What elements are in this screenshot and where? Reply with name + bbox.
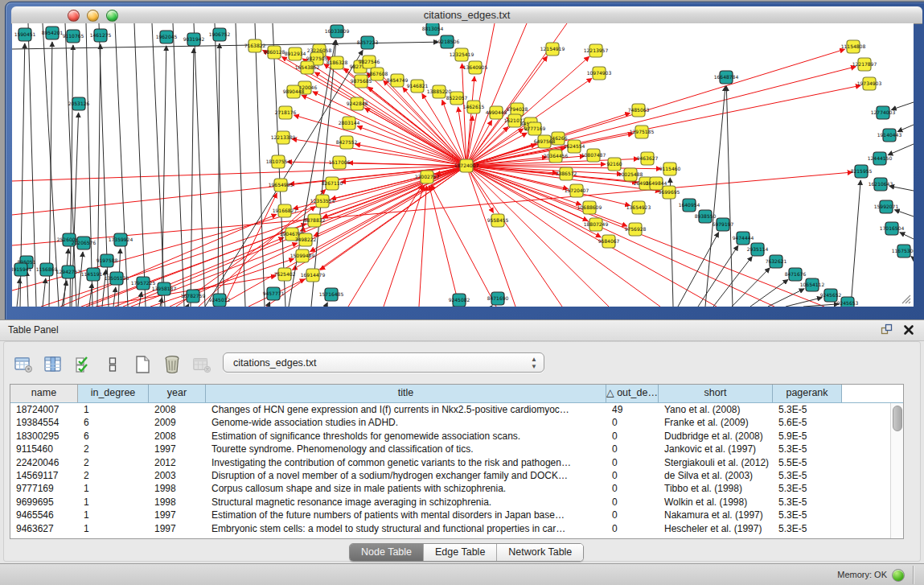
table-cell[interactable]: 9465546 bbox=[10, 509, 78, 521]
table-cell[interactable]: 1998 bbox=[149, 496, 206, 509]
memory-status-led-icon[interactable] bbox=[892, 569, 905, 582]
graph-node[interactable]: 10688609 bbox=[577, 201, 602, 214]
graph-node[interactable]: 11451914 bbox=[81, 268, 106, 281]
graph-node[interactable]: 13640905 bbox=[463, 61, 488, 74]
column-header-2[interactable]: year bbox=[149, 385, 206, 402]
table-cell[interactable]: Estimation of the future numbers of pati… bbox=[206, 509, 606, 521]
citation-network-graph[interactable]: 1872400771638228860128891293423226058982… bbox=[12, 23, 914, 307]
column-header-5[interactable]: short bbox=[659, 385, 773, 402]
table-cell[interactable]: Genome-wide association studies in ADHD. bbox=[206, 416, 606, 429]
graph-node[interactable]: 12975185 bbox=[630, 126, 655, 138]
graph-node[interactable]: 9756928 bbox=[625, 223, 647, 236]
table-cell[interactable]: 1 bbox=[78, 522, 149, 535]
table-cell[interactable]: Tourette syndrome. Phenomenology and cla… bbox=[206, 443, 606, 455]
table-cell[interactable]: 1997 bbox=[149, 522, 206, 535]
graph-node[interactable]: 11154808 bbox=[841, 40, 866, 53]
table-cell[interactable]: 0 bbox=[606, 430, 659, 443]
table-cell[interactable]: 2012 bbox=[149, 456, 206, 469]
graph-node[interactable]: 16648784 bbox=[714, 71, 739, 84]
column-header-1[interactable]: in_degree bbox=[78, 385, 149, 402]
split-view-icon[interactable] bbox=[103, 355, 122, 374]
table-row[interactable]: 1872400712008Changes of HCN gene express… bbox=[10, 403, 903, 416]
table-row[interactable]: 1938455462009Genome-wide association stu… bbox=[10, 416, 903, 429]
column-header-0[interactable]: name bbox=[10, 385, 78, 402]
table-cell[interactable]: 9699695 bbox=[10, 496, 78, 509]
graph-node[interactable]: 7632621 bbox=[766, 255, 787, 268]
graph-node[interactable]: 8954201 bbox=[42, 27, 64, 39]
graph-node[interactable]: 8471690 bbox=[487, 292, 509, 305]
table-cell[interactable]: 5.3E-5 bbox=[773, 482, 842, 495]
table-cell[interactable]: Estimation of significance thresholds fo… bbox=[206, 430, 606, 443]
graph-node[interactable]: 12353554 bbox=[310, 195, 335, 208]
table-cell[interactable]: 0 bbox=[606, 522, 659, 535]
delete-table-icon[interactable] bbox=[162, 355, 182, 374]
table-cell[interactable]: 5.3E-5 bbox=[773, 403, 842, 416]
table-cell[interactable]: 2009 bbox=[149, 416, 206, 429]
table-cell[interactable]: Corpus callosum shape and size in male p… bbox=[206, 482, 606, 495]
graph-node[interactable]: 1517006 bbox=[329, 156, 351, 169]
table-cell[interactable]: 0 bbox=[606, 496, 659, 509]
graph-node[interactable]: 12774003 bbox=[871, 106, 896, 119]
graph-node[interactable]: 18107554 bbox=[266, 155, 291, 168]
graph-node[interactable]: 15992071 bbox=[874, 200, 899, 213]
table-row[interactable]: 977716911998Corpus callosum shape and si… bbox=[10, 482, 903, 495]
table-cell[interactable]: 5.3E-5 bbox=[773, 496, 842, 509]
table-cell[interactable]: Hescheler et al. (1997) bbox=[659, 522, 773, 535]
table-selector-dropdown[interactable]: citations_edges.txt ▲▼ bbox=[223, 352, 544, 373]
graph-node[interactable]: 9146821 bbox=[407, 80, 429, 93]
graph-node[interactable]: 12154919 bbox=[540, 43, 565, 56]
table-cell[interactable]: 1998 bbox=[149, 482, 206, 495]
graph-node[interactable]: 11675300 bbox=[892, 245, 914, 257]
table-cell[interactable]: 9777169 bbox=[10, 482, 78, 495]
graph-node[interactable]: 2053126 bbox=[68, 97, 90, 110]
graph-node[interactable]: 1962045 bbox=[156, 31, 178, 43]
table-cell[interactable]: 0 bbox=[606, 469, 659, 482]
graph-node[interactable]: 19166827 bbox=[273, 204, 298, 217]
graph-node[interactable]: 19140443 bbox=[877, 129, 902, 142]
graph-node[interactable]: 9474444 bbox=[733, 232, 754, 245]
table-cell[interactable]: 0 bbox=[606, 443, 659, 455]
table-cell[interactable]: 5.5E-5 bbox=[773, 456, 842, 469]
graph-node[interactable]: 12444150 bbox=[868, 152, 893, 165]
graph-node[interactable]: 10807487 bbox=[581, 149, 606, 162]
column-header-3[interactable]: title bbox=[206, 385, 606, 402]
table-cell[interactable]: 49 bbox=[606, 403, 659, 416]
graph-node[interactable]: 12217897 bbox=[852, 58, 877, 71]
graph-node[interactable]: 15716485 bbox=[319, 288, 344, 301]
graph-node[interactable]: 2718176 bbox=[275, 106, 297, 119]
table-cell[interactable]: 2003 bbox=[149, 469, 206, 482]
show-columns-icon[interactable] bbox=[43, 355, 63, 374]
graph-node[interactable]: 9463627 bbox=[637, 152, 659, 165]
table-cell[interactable]: 0 bbox=[606, 482, 659, 495]
graph-node[interactable]: 19734903 bbox=[857, 77, 882, 90]
table-cell[interactable]: 2008 bbox=[149, 403, 206, 416]
table-cell[interactable]: 9463627 bbox=[10, 522, 78, 535]
table-cell[interactable]: 6 bbox=[78, 416, 149, 429]
table-cell[interactable]: Stergiakouli et al. (2012) bbox=[659, 456, 773, 469]
table-cell[interactable]: 0 bbox=[606, 509, 659, 521]
table-row[interactable]: 946362711997Embryonic stem cells: a mode… bbox=[10, 522, 903, 535]
graph-node[interactable]: 12325419 bbox=[450, 48, 474, 61]
graph-node[interactable]: 9245653 bbox=[837, 297, 859, 307]
graph-node[interactable]: 92160 bbox=[606, 158, 622, 171]
graph-node[interactable]: 8215955 bbox=[851, 165, 873, 178]
table-cell[interactable]: 5.9E-5 bbox=[773, 430, 842, 443]
table-scrollbar[interactable] bbox=[890, 403, 903, 538]
table-cell[interactable]: 5.3E-5 bbox=[773, 443, 842, 455]
table-cell[interactable]: 18300295 bbox=[10, 430, 78, 443]
graph-node[interactable]: 9584067 bbox=[598, 235, 620, 248]
table-cell[interactable]: 1 bbox=[78, 482, 149, 495]
graph-node[interactable]: 7386572 bbox=[556, 167, 577, 180]
table-cell[interactable]: 2 bbox=[78, 469, 149, 482]
graph-node[interactable]: 1462615 bbox=[463, 101, 485, 113]
graph-node[interactable]: 9115460 bbox=[659, 163, 681, 175]
column-header-4[interactable]: △ out_de… bbox=[606, 385, 659, 402]
table-cell[interactable]: Wolkin et al. (1998) bbox=[659, 496, 773, 509]
table-cell[interactable]: 1 bbox=[78, 509, 149, 521]
table-settings-icon[interactable] bbox=[14, 355, 33, 374]
close-panel-icon[interactable] bbox=[903, 324, 914, 336]
graph-node[interactable]: 19654985 bbox=[269, 179, 294, 192]
resize-grip-icon[interactable] bbox=[901, 294, 911, 304]
table-row[interactable]: 969969511998Structural magnetic resonanc… bbox=[10, 496, 903, 509]
table-cell[interactable]: 2 bbox=[78, 443, 149, 455]
